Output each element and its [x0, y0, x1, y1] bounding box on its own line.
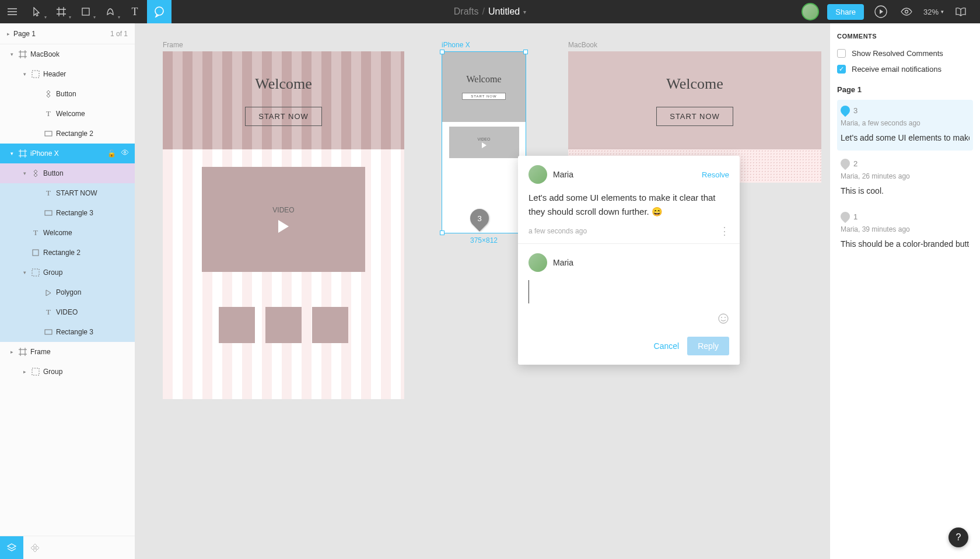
reply-button[interactable]: Reply	[687, 337, 729, 355]
comment-tool-button[interactable]	[147, 0, 172, 23]
group-icon	[30, 368, 41, 376]
layer-row[interactable]: ▾Group	[0, 263, 135, 282]
user-avatar[interactable]	[802, 3, 819, 20]
layer-row[interactable]: Rectangle 3	[0, 203, 135, 223]
comments-panel-title: COMMENTS	[837, 33, 973, 40]
comment-thread: Maria Resolve Let's add some UI elements…	[518, 156, 740, 243]
artboard-frame[interactable]: Welcome START NOW VIDEO	[163, 51, 404, 399]
comment-pin-icon	[839, 104, 852, 117]
layer-row[interactable]: ▾Header	[0, 64, 135, 84]
share-button[interactable]: Share	[827, 4, 864, 20]
document-title[interactable]: Untitled ▾	[488, 6, 526, 17]
caret-icon: ▾	[23, 71, 30, 77]
layer-label: Rectangle 3	[56, 328, 93, 336]
selection-handle[interactable]	[440, 50, 444, 54]
pin-number: 3	[477, 214, 481, 223]
pen-tool-button[interactable]: ▾	[98, 0, 123, 23]
top-toolbar: ▾ ▾ ▾ ▾ T Drafts / Untitled ▾ Share	[0, 0, 980, 23]
checkbox-unchecked[interactable]	[837, 49, 846, 58]
zoom-control[interactable]: 32% ▾	[923, 8, 944, 16]
layer-row[interactable]: ▾iPhone X🔓	[0, 144, 135, 163]
text-icon: T	[43, 188, 54, 198]
layer-row[interactable]: TVIDEO	[0, 302, 135, 322]
layers-icon	[6, 543, 17, 553]
caret-icon: ▾	[10, 51, 18, 57]
play-circle-icon	[874, 5, 888, 19]
page-selector[interactable]: ▸ Page 1 1 of 1	[0, 23, 135, 44]
layer-row[interactable]: Rectangle 2	[0, 124, 135, 144]
layer-row[interactable]: ▸Frame	[0, 342, 135, 362]
frame-label[interactable]: MacBook	[568, 41, 597, 49]
layer-row[interactable]: Polygon	[0, 282, 135, 302]
view-button[interactable]	[898, 3, 915, 20]
layer-row[interactable]: ▾Button	[0, 163, 135, 183]
cancel-button[interactable]: Cancel	[654, 341, 680, 351]
comment-list-item[interactable]: 1Maria, 39 minutes agoThis should be a c…	[837, 206, 973, 257]
layers-tab[interactable]	[0, 536, 23, 560]
svg-rect-7	[45, 211, 52, 215]
comment-author-name: Maria	[553, 170, 573, 179]
caret-icon: ▾	[23, 270, 30, 275]
layer-row[interactable]: ▸Group	[0, 362, 135, 382]
group-icon	[30, 70, 41, 78]
present-button[interactable]	[872, 3, 890, 20]
layer-row[interactable]: TSTART NOW	[0, 183, 135, 203]
comment-timestamp: a few seconds ago ⋮	[528, 225, 729, 237]
comment-list-item[interactable]: 3Maria, a few seconds agoLet's add some …	[837, 100, 973, 151]
comment-preview: This should be a color-branded button	[841, 239, 970, 249]
artboard-iphone-x[interactable]: Welcome START NOW VIDEO 375×812	[442, 51, 526, 233]
text-icon: T	[30, 228, 41, 237]
caret-icon: ▾	[23, 170, 30, 176]
header-section: Welcome START NOW	[442, 52, 526, 122]
layer-row[interactable]: Rectangle 2	[0, 243, 135, 263]
layer-label: Polygon	[56, 288, 81, 296]
move-tool-button[interactable]: ▾	[24, 0, 49, 23]
eye-icon[interactable]	[121, 149, 129, 158]
more-options-button[interactable]: ⋮	[719, 225, 729, 237]
menu-button[interactable]	[0, 0, 24, 23]
lock-icon[interactable]: 🔓	[107, 149, 116, 158]
component-icon	[43, 90, 54, 98]
text-icon: T	[43, 308, 54, 317]
thumbnail	[265, 307, 302, 343]
emoji-button[interactable]	[518, 313, 740, 330]
video-label: VIDEO	[272, 206, 294, 214]
checkbox-checked[interactable]: ✓	[837, 65, 846, 74]
layer-row[interactable]: Rectangle 3	[0, 322, 135, 342]
start-button: START NOW	[462, 93, 505, 100]
frame-icon	[18, 149, 28, 158]
frame-label[interactable]: Frame	[163, 41, 183, 49]
svg-rect-4	[32, 71, 39, 78]
selection-handle[interactable]	[523, 50, 528, 54]
show-resolved-option[interactable]: Show Resolved Comments	[837, 49, 973, 58]
selection-handle[interactable]	[440, 230, 444, 235]
library-button[interactable]	[952, 3, 970, 20]
frame-label-selected[interactable]: iPhone X	[442, 41, 470, 49]
assets-tab[interactable]	[23, 536, 47, 560]
shape-tool-button[interactable]: ▾	[74, 0, 98, 23]
svg-point-14	[724, 317, 726, 318]
layer-row[interactable]: Button	[0, 84, 135, 104]
frame-tool-button[interactable]: ▾	[49, 0, 74, 23]
breadcrumb-root[interactable]: Drafts	[454, 6, 479, 17]
resolve-button[interactable]: Resolve	[702, 170, 729, 179]
comments-panel: COMMENTS Show Resolved Comments ✓ Receiv…	[830, 23, 980, 559]
layer-row[interactable]: ▾MacBook	[0, 44, 135, 64]
comment-list-item[interactable]: 2Maria, 26 minutes agoThis is cool.	[837, 153, 973, 204]
canvas[interactable]: Frame iPhone X MacBook Welcome START NOW…	[135, 23, 830, 559]
layer-row[interactable]: TWelcome	[0, 104, 135, 124]
comment-number: 3	[853, 106, 858, 115]
reply-input[interactable]	[528, 280, 729, 303]
svg-point-1	[155, 7, 163, 15]
document-title-text: Untitled	[488, 6, 520, 17]
document-breadcrumb[interactable]: Drafts / Untitled ▾	[454, 6, 526, 17]
book-icon	[955, 7, 967, 16]
layer-row[interactable]: TWelcome	[0, 223, 135, 243]
thumbnails	[219, 307, 348, 343]
email-notif-option[interactable]: ✓ Receive email notifications	[837, 65, 973, 74]
comment-number: 2	[853, 159, 858, 168]
layer-label: Header	[43, 70, 66, 78]
thumbnail	[219, 307, 255, 343]
help-button[interactable]: ?	[949, 527, 968, 547]
text-tool-button[interactable]: T	[123, 0, 147, 23]
